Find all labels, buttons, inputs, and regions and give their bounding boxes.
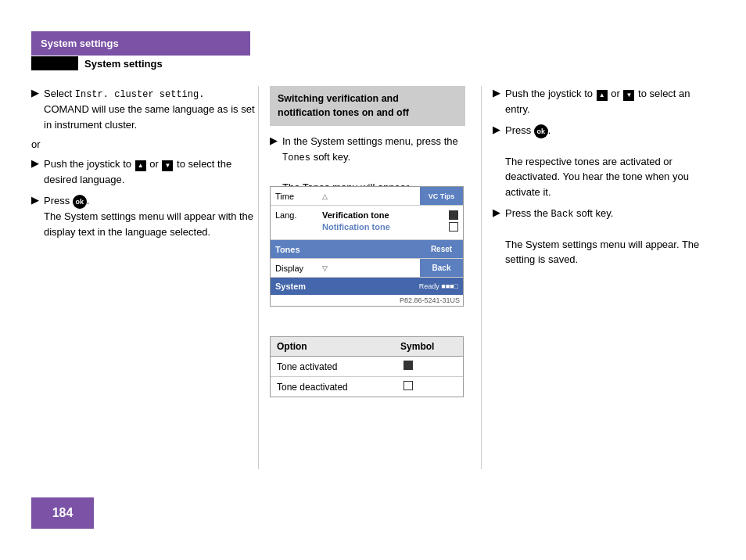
- push-joystick-text: Push the joystick to: [44, 158, 131, 170]
- system-settings-appear: The System settings menu will appear wit…: [44, 210, 253, 238]
- right-bullet-arrow-2: ▶: [493, 124, 500, 135]
- press-label-left: Press: [44, 195, 70, 206]
- joystick-up-icon: ▲: [135, 160, 146, 171]
- tones-label: Tones: [271, 245, 317, 254]
- left-item-2: ▶ Push the joystick to ▲ or ▼ to select …: [31, 156, 258, 187]
- activated-checkbox-icon: [403, 361, 413, 370]
- lang-label: Lang.: [271, 209, 317, 220]
- tones-soft-key: Tones: [282, 153, 310, 163]
- header-black-bar: [31, 56, 78, 70]
- screen-row-display: Display ▽ Back: [271, 259, 463, 278]
- table-row-activated: Tone activated: [271, 357, 463, 377]
- right-bullet-arrow-3: ▶: [493, 206, 500, 218]
- system-label: System: [275, 282, 306, 291]
- tone-deactivated-label: Tone deactivated: [271, 377, 394, 397]
- tone-content: Verification tone Notification tone: [317, 209, 463, 233]
- verification-tone-label: Verification tone: [322, 210, 389, 220]
- vc-tips-label: VC Tips: [420, 187, 463, 205]
- display-content: ▽: [317, 264, 420, 272]
- tone-deactivated-symbol: [394, 377, 463, 397]
- down-arrow-icon: ▽: [322, 264, 328, 272]
- right-item-1-text: Push the joystick to ▲ or ▼ to select an…: [505, 86, 712, 117]
- right-item-2-text: Press ok. The respective tones are activ…: [505, 123, 712, 199]
- right-item-1: ▶ Push the joystick to ▲ or ▼ to select …: [493, 86, 712, 117]
- mid-column: Switching verification and notification …: [270, 86, 465, 200]
- right-item-3-text: Press the Back soft key. The System sett…: [505, 206, 712, 267]
- divider-right: [481, 86, 482, 469]
- left-item-3-text: Press ok. The System settings menu will …: [44, 193, 258, 239]
- instr-mono: Instr. cluster setting.: [75, 89, 205, 100]
- option-col-header: Option: [271, 337, 394, 357]
- bullet-arrow-1: ▶: [31, 87, 39, 99]
- press-the-text: Press the: [505, 207, 548, 219]
- push-joystick-right: Push the joystick to: [505, 88, 593, 99]
- screen-row-tones: Tones Reset: [271, 240, 463, 259]
- right-bullet-arrow-1: ▶: [493, 87, 500, 99]
- left-item-3: ▶ Press ok. The System settings menu wil…: [31, 193, 258, 239]
- divider-left: [258, 86, 259, 469]
- left-item-1-text: Select Instr. cluster setting. COMAND wi…: [44, 86, 258, 132]
- option-table: Option Symbol Tone activated Tone deacti…: [270, 336, 464, 397]
- soft-key-text-right: soft key.: [576, 207, 613, 219]
- in-system-settings-text: In the System settings menu, press the: [282, 135, 458, 147]
- system-settings-saved: The System settings menu will appear. Th…: [505, 239, 699, 266]
- or-text: or: [31, 138, 258, 150]
- header-title: System settings: [41, 38, 119, 49]
- press-label-right: Press: [505, 124, 531, 136]
- tones-activated-text: The respective tones are activated or de…: [505, 156, 689, 198]
- tone-activated-symbol: [394, 357, 463, 377]
- header-subtitle: System settings: [84, 58, 163, 70]
- joystick-down-icon: ▼: [162, 160, 173, 171]
- page-number-box: 184: [31, 497, 94, 529]
- screen-row-system: System Ready ■■■□: [271, 278, 463, 295]
- screen-row-time: Time △ VC Tips: [271, 187, 463, 206]
- deactivated-checkbox-icon: [403, 381, 413, 390]
- verification-checkbox: [449, 210, 458, 220]
- time-content: △: [317, 192, 420, 200]
- page-number: 184: [52, 506, 74, 520]
- bullet-arrow-2: ▶: [31, 157, 39, 169]
- right-joystick-up-icon: ▲: [597, 90, 608, 101]
- screen-row-lang: Lang. Verification tone Notification ton…: [271, 206, 463, 240]
- ok-icon-left: ok: [73, 195, 87, 209]
- mid-bullet-arrow-1: ▶: [270, 135, 278, 146]
- comand-text: COMAND will use the same language as is …: [44, 103, 255, 131]
- notification-tone-label: Notification tone: [322, 222, 390, 232]
- right-item-3: ▶ Press the Back soft key. The System se…: [493, 206, 712, 267]
- mid-header-line2: notification tones on and off: [278, 107, 409, 118]
- symbol-col-header: Symbol: [394, 337, 463, 357]
- screen-caption: P82.86-5241-31US: [271, 295, 463, 306]
- back-key-label: Back: [551, 209, 574, 220]
- right-or-inline: or: [611, 88, 620, 99]
- display-label: Display: [271, 264, 317, 273]
- bullet-arrow-3: ▶: [31, 194, 39, 206]
- reset-label: Reset: [420, 240, 463, 258]
- time-label: Time: [271, 192, 317, 201]
- right-joystick-down-icon: ▼: [623, 90, 634, 101]
- right-column: ▶ Push the joystick to ▲ or ▼ to select …: [493, 86, 712, 274]
- notification-checkbox: [449, 222, 458, 232]
- or-inline: or: [149, 158, 159, 170]
- ok-icon-right: ok: [534, 124, 548, 138]
- header-purple-bar: System settings: [31, 31, 250, 56]
- select-label: Select: [44, 88, 72, 99]
- left-column: ▶ Select Instr. cluster setting. COMAND …: [31, 86, 258, 246]
- back-label: Back: [420, 259, 463, 277]
- table-row-deactivated: Tone deactivated: [271, 377, 463, 397]
- tone-activated-label: Tone activated: [271, 357, 394, 377]
- up-arrow-icon: △: [322, 192, 328, 200]
- device-screen: Time △ VC Tips Lang. Verification tone N…: [270, 186, 464, 307]
- mid-header-box: Switching verification and notification …: [270, 86, 465, 126]
- left-item-1: ▶ Select Instr. cluster setting. COMAND …: [31, 86, 258, 132]
- ready-status: Ready ■■■□: [419, 282, 458, 290]
- left-item-2-text: Push the joystick to ▲ or ▼ to select th…: [44, 156, 258, 187]
- right-item-2: ▶ Press ok. The respective tones are act…: [493, 123, 712, 199]
- mid-header-line1: Switching verification and: [278, 93, 399, 104]
- soft-key-text: soft key.: [314, 151, 350, 163]
